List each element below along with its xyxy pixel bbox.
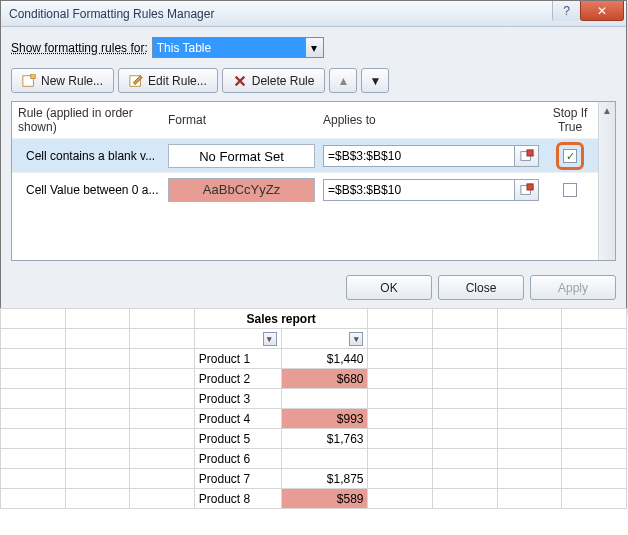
range-picker-icon: [520, 183, 534, 197]
delete-icon: [233, 74, 247, 88]
close-button[interactable]: Close: [438, 275, 524, 300]
table-row[interactable]: Product 3: [1, 389, 627, 409]
conditional-formatting-dialog: Conditional Formatting Rules Manager ? ✕…: [0, 0, 627, 313]
highlight-ring: ✓: [556, 142, 584, 170]
move-up-button[interactable]: ▲: [329, 68, 357, 93]
new-rule-icon: [22, 74, 36, 88]
dialog-title: Conditional Formatting Rules Manager: [9, 7, 214, 21]
header-format: Format: [168, 113, 323, 127]
header-rule: Rule (applied in order shown): [18, 106, 168, 134]
ok-button[interactable]: OK: [346, 275, 432, 300]
filter-label: Show formatting rules for:: [11, 41, 148, 55]
scope-dropdown[interactable]: This Table ▾: [152, 37, 324, 58]
ok-label: OK: [380, 281, 397, 295]
stop-if-true-checkbox[interactable]: ✓: [563, 149, 577, 163]
apply-button[interactable]: Apply: [530, 275, 616, 300]
chevron-down-icon: ▾: [305, 38, 323, 57]
header-applies: Applies to: [323, 113, 539, 127]
edit-rule-button[interactable]: Edit Rule...: [118, 68, 218, 93]
svg-rect-4: [527, 150, 533, 156]
table-row[interactable]: Product 5$1,763: [1, 429, 627, 449]
applies-to-input[interactable]: [323, 179, 515, 201]
sales-cell[interactable]: $680: [281, 369, 368, 389]
range-picker-button[interactable]: [515, 179, 539, 201]
close-window-button[interactable]: ✕: [580, 1, 624, 21]
stop-if-true-checkbox[interactable]: [563, 183, 577, 197]
scope-value: This Table: [153, 38, 305, 57]
product-cell[interactable]: Product 2: [194, 369, 281, 389]
sales-cell[interactable]: $1,763: [281, 429, 368, 449]
rule-name: Cell Value between 0 a...: [18, 183, 168, 197]
range-picker-icon: [520, 149, 534, 163]
rule-format-preview: No Format Set: [168, 144, 315, 168]
col-sales-header[interactable]: Sales▾: [281, 329, 368, 349]
edit-rule-icon: [129, 74, 143, 88]
delete-rule-label: Delete Rule: [252, 74, 315, 88]
product-cell[interactable]: Product 1: [194, 349, 281, 369]
new-rule-label: New Rule...: [41, 74, 103, 88]
help-button[interactable]: ?: [552, 1, 580, 21]
toolbar: New Rule... Edit Rule... Delete Rule ▲ ▼: [11, 68, 616, 93]
filter-row: Show formatting rules for: This Table ▾: [11, 37, 616, 58]
product-cell[interactable]: Product 7: [194, 469, 281, 489]
svg-rect-1: [31, 74, 35, 78]
table-row[interactable]: Product 7$1,875: [1, 469, 627, 489]
sales-cell[interactable]: $993: [281, 409, 368, 429]
range-picker-button[interactable]: [515, 145, 539, 167]
table-row[interactable]: Product 6: [1, 449, 627, 469]
move-down-button[interactable]: ▼: [361, 68, 389, 93]
rule-row[interactable]: Cell contains a blank v... No Format Set…: [12, 138, 615, 172]
sales-cell[interactable]: $589: [281, 489, 368, 509]
apply-label: Apply: [558, 281, 588, 295]
applies-to-wrap: [323, 179, 539, 201]
col-sales-label: Sales: [286, 332, 317, 346]
table-row[interactable]: Product 4$993: [1, 409, 627, 429]
product-cell[interactable]: Product 3: [194, 389, 281, 409]
sales-cell[interactable]: [281, 389, 368, 409]
product-cell[interactable]: Product 4: [194, 409, 281, 429]
header-stop: Stop If True: [539, 106, 601, 134]
titlebar: Conditional Formatting Rules Manager ? ✕: [1, 1, 626, 27]
dialog-footer: OK Close Apply: [11, 275, 616, 300]
stop-if-true-cell: [539, 183, 601, 197]
sales-cell[interactable]: [281, 449, 368, 469]
scroll-up-icon: ▲: [599, 102, 615, 119]
worksheet[interactable]: Sales report Product▾ Sales▾ Product 1$1…: [0, 308, 627, 509]
filter-dropdown-icon[interactable]: ▾: [263, 332, 277, 346]
table-row[interactable]: Product 1$1,440: [1, 349, 627, 369]
product-cell[interactable]: Product 5: [194, 429, 281, 449]
titlebar-buttons: ? ✕: [552, 1, 624, 26]
col-product-header[interactable]: Product▾: [194, 329, 281, 349]
sales-cell[interactable]: $1,875: [281, 469, 368, 489]
spreadsheet-area: Sales report Product▾ Sales▾ Product 1$1…: [0, 308, 627, 509]
applies-to-wrap: [323, 145, 539, 167]
arrow-down-icon: ▼: [369, 74, 381, 88]
product-cell[interactable]: Product 6: [194, 449, 281, 469]
arrow-up-icon: ▲: [337, 74, 349, 88]
applies-to-input[interactable]: [323, 145, 515, 167]
rule-name: Cell contains a blank v...: [18, 149, 168, 163]
rule-format-preview: AaBbCcYyZz: [168, 178, 315, 202]
edit-rule-label: Edit Rule...: [148, 74, 207, 88]
close-icon: ✕: [597, 4, 607, 18]
rule-row[interactable]: Cell Value between 0 a... AaBbCcYyZz: [12, 172, 615, 206]
col-product-label: Product: [199, 332, 244, 346]
table-row[interactable]: Product 8$589: [1, 489, 627, 509]
delete-rule-button[interactable]: Delete Rule: [222, 68, 326, 93]
filter-dropdown-icon[interactable]: ▾: [349, 332, 363, 346]
dialog-body: Show formatting rules for: This Table ▾ …: [1, 27, 626, 312]
product-cell[interactable]: Product 8: [194, 489, 281, 509]
svg-rect-6: [527, 183, 533, 189]
sales-cell[interactable]: $1,440: [281, 349, 368, 369]
vertical-scrollbar[interactable]: ▲: [598, 102, 615, 260]
close-label: Close: [466, 281, 497, 295]
help-icon: ?: [563, 4, 570, 18]
rules-list: Rule (applied in order shown) Format App…: [11, 101, 616, 261]
rules-header: Rule (applied in order shown) Format App…: [12, 102, 615, 138]
table-row[interactable]: Product 2$680: [1, 369, 627, 389]
sales-title: Sales report: [194, 309, 368, 329]
stop-if-true-cell: ✓: [539, 142, 601, 170]
new-rule-button[interactable]: New Rule...: [11, 68, 114, 93]
